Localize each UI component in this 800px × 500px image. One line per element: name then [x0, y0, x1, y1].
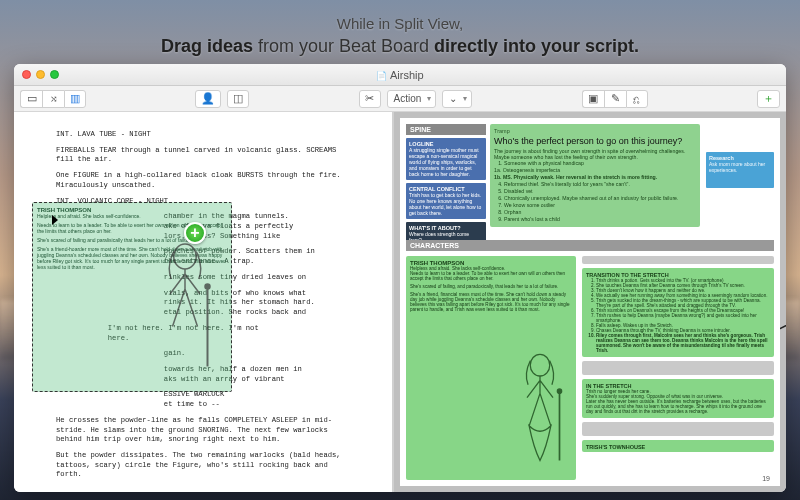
- action-text: FIREBALLS TEAR through a tunnel carved i…: [56, 146, 354, 165]
- tramp-card[interactable]: Tramp Who's the perfect person to go on …: [490, 124, 700, 227]
- beat-board-pane[interactable]: SPINE LOGLINE A struggling single mother…: [394, 112, 786, 492]
- close-icon[interactable]: [22, 70, 31, 79]
- view-speed-button[interactable]: ⤭: [42, 90, 64, 108]
- logline-card[interactable]: LOGLINE A struggling single mother must …: [406, 138, 486, 180]
- drag-insert-icon: +: [184, 222, 206, 244]
- list-item: Riley comes through first, Malcolm sees …: [596, 333, 770, 353]
- list-item: Parent who's lost a child: [504, 216, 696, 222]
- svg-point-1: [205, 284, 210, 289]
- list-item: We know some outlier: [504, 202, 696, 208]
- zoom-icon[interactable]: [50, 70, 59, 79]
- app-window: Airship ▭ ⤭ ▥ 👤 ◫ ✂ Action ⌄ ▣ ✎ ⎌ ＋ INT…: [14, 64, 786, 492]
- view-page-button[interactable]: ▭: [20, 90, 42, 108]
- tool-report-button[interactable]: ⎌: [626, 90, 648, 108]
- contact-button[interactable]: 👤: [195, 90, 221, 108]
- view-mode-segmented: ▭ ⤭ ▥: [20, 90, 86, 108]
- card-question: Who's the perfect person to go on this j…: [494, 136, 696, 146]
- card-title: Tramp: [494, 128, 696, 134]
- headline-line2-b: from your Beat Board: [253, 36, 434, 56]
- stretch-card[interactable]: IN THE STRETCH Trish no longer needs her…: [582, 379, 774, 418]
- characters-header: CHARACTERS: [406, 240, 774, 251]
- townhouse-card[interactable]: TRISH'S TOWNHOUSE: [582, 440, 774, 452]
- window-title: Airship: [14, 69, 786, 81]
- trish-character-card[interactable]: TRISH THOMPSON Helpless and afraid. She …: [406, 256, 576, 480]
- cut-button[interactable]: ✂: [359, 90, 381, 108]
- toolbar: ▭ ⤭ ▥ 👤 ◫ ✂ Action ⌄ ▣ ✎ ⎌ ＋: [14, 86, 786, 112]
- split-button[interactable]: ◫: [227, 90, 249, 108]
- card-lead: The journey is about finding your own st…: [494, 148, 696, 160]
- transition-list: Trish drinks a potion. Gets sucked into …: [596, 278, 770, 353]
- list-item: Reformed thief. She's literally told for…: [504, 181, 696, 187]
- beat-board-canvas: SPINE LOGLINE A struggling single mother…: [400, 118, 780, 486]
- promo-headline: While in Split View, Drag ideas from you…: [0, 14, 800, 59]
- list-item: Orphan: [504, 209, 696, 215]
- character-illustration-icon: [506, 350, 574, 480]
- right-card-stack: TRANSITION TO THE STRETCH Trish drinks a…: [582, 256, 774, 452]
- tool-note-button[interactable]: ✎: [604, 90, 626, 108]
- spacer-card: [582, 256, 774, 264]
- spacer-card: [582, 361, 774, 375]
- headline-line1: While in Split View,: [0, 14, 800, 34]
- list-item: Trish gets sucked into the dream-things …: [596, 298, 770, 308]
- view-cards-button[interactable]: ▥: [64, 90, 86, 108]
- spacer-card: [582, 422, 774, 436]
- tool-photo-button[interactable]: ▣: [582, 90, 604, 108]
- tramp-list: Someone with a physical handicap 1a. Ost…: [504, 160, 696, 222]
- spine-header: SPINE: [406, 124, 486, 135]
- transition-card[interactable]: TRANSITION TO THE STRETCH Trish drinks a…: [582, 268, 774, 357]
- secondary-dropdown[interactable]: ⌄: [442, 90, 472, 108]
- minimize-icon[interactable]: [36, 70, 45, 79]
- action-text: One FIGURE in a high-collared black cloa…: [56, 171, 354, 190]
- add-button[interactable]: ＋: [757, 90, 780, 108]
- scene-heading: INT. LAVA TUBE - NIGHT: [56, 130, 354, 140]
- window-titlebar: Airship: [14, 64, 786, 86]
- window-traffic-lights: [22, 70, 59, 79]
- svg-point-0: [174, 244, 197, 269]
- element-type-dropdown[interactable]: Action: [387, 90, 437, 108]
- list-item: 1a. Osteogenesis imperfecta: [494, 167, 696, 173]
- character-cue: ESSIVE WARLOCK et time to --: [56, 390, 354, 409]
- split-panes: INT. LAVA TUBE - NIGHT FIREBALLS TEAR th…: [14, 112, 786, 492]
- list-item: Someone with a physical handicap: [504, 160, 696, 166]
- central-conflict-card[interactable]: CENTRAL CONFLICT Trish has to get back t…: [406, 183, 486, 219]
- action-text: But the powder dissipates. The two remai…: [56, 451, 354, 480]
- action-text: He crosses the powder-line as he falls C…: [56, 416, 354, 445]
- list-item: 1b. MS. Physically weak. Her reversal in…: [494, 174, 696, 180]
- headline-line2-c: directly into your script.: [434, 36, 639, 56]
- spine-column: SPINE LOGLINE A struggling single mother…: [406, 124, 486, 246]
- drag-card-sub: Helpless and afraid. She lacks self-conf…: [37, 213, 227, 219]
- svg-point-2: [530, 354, 550, 376]
- svg-point-3: [557, 389, 561, 393]
- research-card[interactable]: Research Ask mom more about her experien…: [706, 152, 774, 188]
- list-item: Trish rushes to help Deanna (maybe Deann…: [596, 313, 770, 323]
- script-pane: INT. LAVA TUBE - NIGHT FIREBALLS TEAR th…: [14, 112, 394, 492]
- card-count: 19: [762, 475, 770, 482]
- list-item: Chronically unemployed. Maybe shamed out…: [504, 195, 696, 201]
- insertion-caret-icon: [52, 220, 62, 222]
- right-tools-segmented: ▣ ✎ ⎌: [582, 90, 648, 108]
- list-item: Disabled vet: [504, 188, 696, 194]
- character-illustration-icon: [145, 239, 225, 389]
- headline-line2-a: Drag ideas: [161, 36, 253, 56]
